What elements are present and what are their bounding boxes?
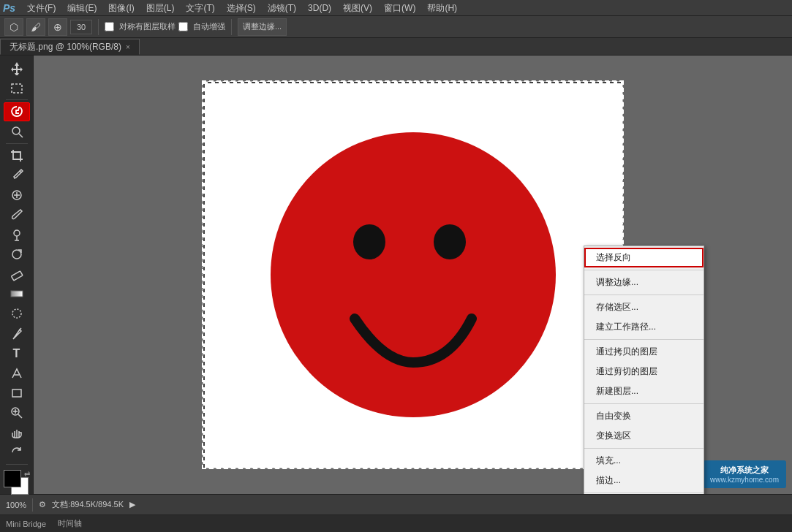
timeline-btn[interactable]: 时间轴 [58,518,82,529]
svg-point-12 [12,309,21,318]
ctx-item-cut-layer[interactable]: 通过剪切的图层 [584,362,704,381]
menu-select[interactable]: 选择(S) [221,0,262,16]
eraser-tool[interactable] [4,265,30,284]
blur-tool[interactable] [4,304,30,323]
gradient-tool[interactable] [4,284,30,303]
ctx-item-new-layer[interactable]: 新建图层... [584,381,704,401]
tool-separator-1 [6,99,28,100]
path-selection-tool[interactable] [4,364,30,383]
swap-colors-icon[interactable]: ⇄ [24,470,30,478]
text-tool[interactable]: T [4,344,30,363]
toolbar-separator [98,19,99,35]
shape-tool[interactable] [4,384,30,403]
ctx-separator-6 [584,493,704,493]
adjust-edge-button[interactable]: 调整边缘... [238,18,287,36]
ctx-separator-2 [584,294,704,295]
menu-3d[interactable]: 3D(D) [302,0,337,16]
svg-point-22 [434,224,466,259]
history-brush-tool[interactable] [4,245,30,264]
ctx-item-transform-selection[interactable]: 变换选区 [584,426,704,446]
quick-selection-tool[interactable] [4,122,30,141]
app-logo: Ps [3,2,15,14]
svg-rect-1 [12,84,22,93]
context-menu: 选择反向 调整边缘... 存储选区... 建立工作路径... 通过拷贝的图层 通… [584,246,704,494]
svg-marker-0 [11,62,23,75]
menu-view[interactable]: 视图(V) [337,0,378,16]
ctx-separator-5 [584,448,704,449]
menu-bar: Ps 文件(F) 编辑(E) 图像(I) 图层(L) 文字(T) 选择(S) 滤… [0,0,792,16]
ctx-item-work-path[interactable]: 建立工作路径... [584,317,704,337]
auto-enhance-checkbox[interactable] [178,22,188,31]
ctx-item-copy-layer[interactable]: 通过拷贝的图层 [584,342,704,362]
menu-filter[interactable]: 滤镜(T) [262,0,302,16]
tab-title: 无标题.png @ 100%(RGB/8) [10,41,121,53]
toolbar-separator-2 [231,19,232,35]
ctx-separator-4 [584,403,704,404]
brush-size-input[interactable] [70,20,92,34]
svg-point-2 [12,127,20,134]
color-picker[interactable]: ⇄ [4,470,30,494]
ctx-item-stroke[interactable]: 描边... [584,471,704,490]
lasso-tool[interactable] [4,102,30,121]
watermark-line1: 纯净系统之家 [710,465,779,476]
clone-stamp-tool[interactable] [4,225,30,244]
svg-rect-10 [11,271,23,281]
menu-help[interactable]: 帮助(H) [421,0,463,16]
smiley-image [252,114,574,436]
marquee-tool[interactable] [4,78,30,97]
ctx-separator-3 [584,339,704,340]
foreground-color-box[interactable] [4,470,21,487]
zoom-tool[interactable] [4,403,30,422]
brush-icon: ⚙ [39,500,46,509]
ctx-item-adjust-edge[interactable]: 调整边缘... [584,273,704,292]
brush-mode-btn[interactable]: ⊕ [48,18,67,36]
zoom-level: 100% [6,501,26,509]
watermark: 纯净系统之家 www.kzmyhome.com [703,460,786,488]
menu-image[interactable]: 图像(I) [102,0,140,16]
brush-preset-btn[interactable]: ⬡ [4,18,23,36]
ctx-item-free-transform[interactable]: 自由变换 [584,406,704,426]
ctx-item-fill[interactable]: 填充... [584,451,704,471]
brush-tool[interactable] [4,205,30,224]
ctx-separator-1 [584,270,704,270]
align-label: 对称有图层取样 [119,21,176,32]
bottom-bar: Mini Bridge 时间轴 [0,514,792,532]
svg-point-20 [271,132,556,417]
svg-line-17 [18,414,22,418]
doc-size-arrow[interactable]: ▶ [129,500,135,509]
menu-window[interactable]: 窗口(W) [378,0,421,16]
left-toolbar: T ⇄ [0,56,34,494]
menu-text[interactable]: 文字(T) [180,0,220,16]
menu-file[interactable]: 文件(F) [21,0,61,16]
status-bar: 100% ⚙ 文档:894.5K/894.5K ▶ [0,494,792,514]
svg-rect-15 [12,390,21,397]
rotate-view-tool[interactable] [4,443,30,462]
tab-close-btn[interactable]: × [126,43,130,51]
crop-tool[interactable] [4,146,30,165]
menu-layer[interactable]: 图层(L) [140,0,181,16]
svg-point-7 [14,230,20,236]
move-tool[interactable] [4,58,30,77]
ctx-item-save-selection[interactable]: 存储选区... [584,297,704,317]
align-all-layers-checkbox[interactable] [105,22,114,31]
brush-type-btn[interactable]: 🖌 [26,18,45,36]
menu-edit[interactable]: 编辑(E) [61,0,102,16]
ctx-item-inverse[interactable]: 选择反向 [584,248,704,267]
tab-bar: 无标题.png @ 100%(RGB/8) × [0,38,792,56]
enhance-label: 自动增强 [193,21,225,32]
canvas [203,81,623,468]
hand-tool[interactable] [4,423,30,442]
options-toolbar: ⬡ 🖌 ⊕ 对称有图层取样 自动增强 调整边缘... [0,16,792,38]
status-separator [32,498,33,512]
svg-line-13 [20,328,21,330]
healing-brush-tool[interactable] [4,186,30,205]
pen-tool[interactable] [4,324,30,343]
svg-point-21 [353,224,385,259]
mini-bridge-btn[interactable]: Mini Bridge [6,520,46,528]
watermark-line2: www.kzmyhome.com [710,476,779,484]
svg-rect-11 [11,291,23,297]
canvas-area[interactable]: 选择反向 调整边缘... 存储选区... 建立工作路径... 通过拷贝的图层 通… [34,56,792,494]
doc-size: 文档:894.5K/894.5K [52,499,124,510]
document-tab[interactable]: 无标题.png @ 100%(RGB/8) × [0,39,140,55]
eyedropper-tool[interactable] [4,166,30,185]
